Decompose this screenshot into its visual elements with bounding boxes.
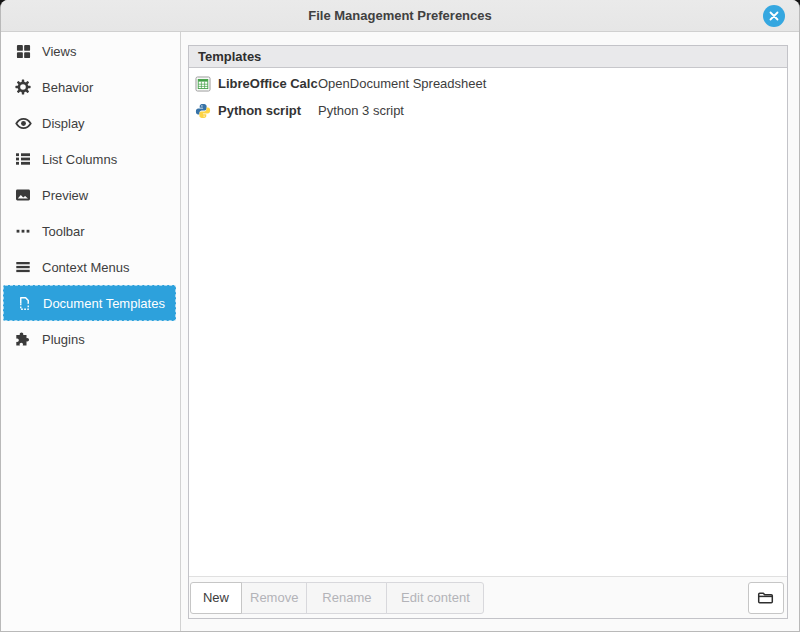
sidebar-item-behavior[interactable]: Behavior: [1, 69, 180, 105]
sidebar-item-display[interactable]: Display: [1, 105, 180, 141]
libreoffice-calc-icon: [195, 76, 211, 92]
rename-template-button[interactable]: Rename: [306, 582, 387, 614]
python-icon: [195, 103, 211, 119]
edit-content-button[interactable]: Edit content: [386, 582, 484, 614]
template-type: Python 3 script: [318, 103, 404, 118]
close-icon: [768, 10, 780, 22]
sidebar-item-label: Context Menus: [42, 260, 129, 275]
sidebar-item-plugins[interactable]: Plugins: [1, 321, 180, 357]
sidebar-item-label: Preview: [42, 188, 88, 203]
sidebar-item-label: List Columns: [42, 152, 117, 167]
grid-icon: [14, 42, 32, 60]
template-buttons-group: New Remove Rename Edit content: [190, 582, 484, 614]
sidebar-item-label: Views: [42, 44, 76, 59]
sidebar-item-views[interactable]: Views: [1, 33, 180, 69]
content-area: Views Behavior Display List Columns: [1, 32, 799, 631]
eye-icon: [14, 114, 32, 132]
template-name: Python script: [218, 103, 318, 118]
templates-list: LibreOffice Calc OpenDocument Spreadshee…: [189, 68, 787, 576]
image-icon: [14, 186, 32, 204]
template-name: LibreOffice Calc: [218, 76, 318, 91]
sidebar-item-toolbar[interactable]: Toolbar: [1, 213, 180, 249]
sidebar-item-label: Behavior: [42, 80, 93, 95]
sidebar-item-label: Plugins: [42, 332, 85, 347]
template-type: OpenDocument Spreadsheet: [318, 76, 486, 91]
templates-actionbar: New Remove Rename Edit content: [189, 576, 787, 618]
sidebar-item-preview[interactable]: Preview: [1, 177, 180, 213]
sidebar: Views Behavior Display List Columns: [1, 32, 181, 631]
sidebar-item-document-templates[interactable]: Document Templates: [3, 285, 176, 321]
menu-lines-icon: [14, 258, 32, 276]
templates-header: Templates: [189, 46, 787, 68]
window-title: File Management Preferences: [308, 8, 492, 23]
remove-template-button[interactable]: Remove: [241, 582, 307, 614]
three-dots-icon: [14, 222, 32, 240]
sidebar-item-label: Display: [42, 116, 85, 131]
templates-frame: Templates LibreOffice Calc OpenDocument …: [188, 45, 788, 619]
titlebar[interactable]: File Management Preferences: [1, 0, 799, 32]
list-columns-icon: [14, 150, 32, 168]
new-template-button[interactable]: New: [190, 582, 242, 614]
sidebar-item-label: Toolbar: [42, 224, 85, 239]
preferences-window: File Management Preferences Views Behavi…: [0, 0, 800, 632]
close-button[interactable]: [763, 5, 785, 27]
open-templates-folder-button[interactable]: [748, 582, 784, 614]
main-panel: Templates LibreOffice Calc OpenDocument …: [181, 32, 799, 631]
template-row-python-script[interactable]: Python script Python 3 script: [189, 97, 787, 124]
puzzle-icon: [14, 330, 32, 348]
gear-icon: [14, 78, 32, 96]
sidebar-item-list-columns[interactable]: List Columns: [1, 141, 180, 177]
document-icon: [15, 294, 33, 312]
template-row-libreoffice-calc[interactable]: LibreOffice Calc OpenDocument Spreadshee…: [189, 70, 787, 97]
sidebar-item-context-menus[interactable]: Context Menus: [1, 249, 180, 285]
folder-icon: [757, 590, 775, 606]
sidebar-item-label: Document Templates: [43, 296, 165, 311]
